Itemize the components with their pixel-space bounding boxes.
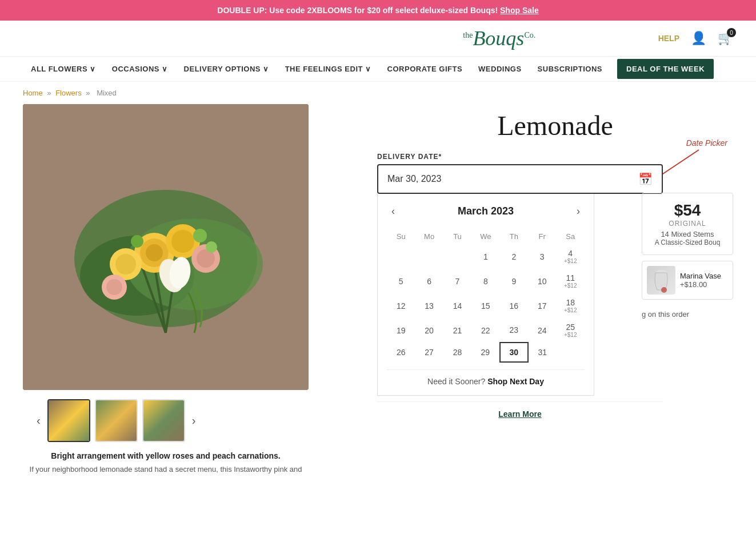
need-sooner: Need it Sooner? Shop Next Day xyxy=(387,369,585,386)
thumb-image-3 xyxy=(143,400,184,441)
learn-more-link[interactable]: Learn More xyxy=(498,409,541,419)
nav-weddings[interactable]: WEDDINGS xyxy=(470,57,530,81)
thumb-image-1 xyxy=(49,400,89,441)
side-cards: $54 ORIGINAL 14 Mixed Stems A Classic-Si… xyxy=(642,193,733,323)
cal-header-tu: Tu xyxy=(443,229,471,244)
cal-day-3-5[interactable]: 24 xyxy=(528,318,556,343)
cal-day-0-2 xyxy=(443,244,471,269)
calendar-month: March 2023 xyxy=(458,205,514,217)
user-icon[interactable]: 👤 xyxy=(691,31,706,46)
cal-day-1-3[interactable]: 8 xyxy=(471,269,499,293)
thumbnail-2[interactable] xyxy=(95,399,138,442)
thumbnail-1[interactable] xyxy=(47,399,90,442)
product-price: $54 xyxy=(650,201,725,220)
cal-day-0-4[interactable]: 2 xyxy=(500,244,528,269)
nav-deal-of-the-week[interactable]: DEAL OF THE WEEK xyxy=(617,59,714,79)
cal-header-we: We xyxy=(471,229,499,244)
thumb-prev-button[interactable]: ‹ xyxy=(34,414,43,427)
cal-day-4-0[interactable]: 26 xyxy=(387,343,415,362)
svg-point-12 xyxy=(171,230,194,253)
date-input[interactable]: Mar 30, 2023 📅 xyxy=(377,164,663,194)
breadcrumb-home[interactable]: Home xyxy=(23,89,43,97)
cal-day-0-1 xyxy=(415,244,443,269)
date-picker-annotation: Date Picker xyxy=(686,138,727,148)
thumb-next-button[interactable]: › xyxy=(190,414,198,427)
promo-link[interactable]: Shop Sale xyxy=(500,6,539,15)
cal-day-2-5[interactable]: 17 xyxy=(528,293,556,318)
header: theBouqsCo. HELP 👤 🛒 0 xyxy=(0,21,756,57)
cal-day-3-0[interactable]: 19 xyxy=(387,318,415,343)
main-content: ‹ › Bright arrangement with yellow roses… xyxy=(0,104,756,496)
product-caption: Bright arrangement with yellow roses and… xyxy=(23,451,309,460)
cal-day-3-6[interactable]: 25+$12 xyxy=(556,318,585,343)
learn-more-bar: Learn More xyxy=(377,401,663,419)
product-description: If your neighborhood lemonade stand had … xyxy=(23,465,309,474)
calendar-popup: ‹ March 2023 › Su Mo Tu We Th Fr Sa xyxy=(377,194,594,396)
nav-delivery-options[interactable]: DELIVERY OPTIONS ∨ xyxy=(176,57,277,81)
stems-count: 14 Mixed Stems xyxy=(650,230,725,238)
promo-text: DOUBLE UP: Use code 2XBLOOMS for $20 off… xyxy=(217,6,498,15)
breadcrumb: Home » Flowers » Mixed xyxy=(0,82,756,104)
cal-header-fr: Fr xyxy=(528,229,556,244)
cal-day-0-0 xyxy=(387,244,415,269)
cal-day-2-6[interactable]: 18+$12 xyxy=(556,293,585,318)
cal-day-1-6[interactable]: 11+$12 xyxy=(556,269,585,293)
cal-day-4-3[interactable]: 29 xyxy=(471,343,499,362)
cal-day-0-6[interactable]: 4+$12 xyxy=(556,244,585,269)
thumbnail-3[interactable] xyxy=(142,399,185,442)
cal-day-1-5[interactable]: 10 xyxy=(528,269,556,293)
calendar-header: ‹ March 2023 › xyxy=(387,203,585,220)
logo-prefix: the xyxy=(463,31,473,39)
selected-date-value: Mar 30, 2023 xyxy=(387,174,441,184)
bouq-size: A Classic-Sized Bouq xyxy=(650,238,725,246)
cal-day-2-3[interactable]: 15 xyxy=(471,293,499,318)
cal-day-2-4[interactable]: 16 xyxy=(500,293,528,318)
cal-header-sa: Sa xyxy=(556,229,585,244)
cart-wrapper[interactable]: 🛒 0 xyxy=(718,31,733,46)
cal-day-1-2[interactable]: 7 xyxy=(443,269,471,293)
cal-day-0-5[interactable]: 3 xyxy=(528,244,556,269)
nav-occasions[interactable]: OCCASIONS ∨ xyxy=(104,57,176,81)
cal-day-3-1[interactable]: 20 xyxy=(415,318,443,343)
cal-day-1-4[interactable]: 9 xyxy=(500,269,528,293)
cal-day-2-0[interactable]: 12 xyxy=(387,293,415,318)
cal-day-4-1[interactable]: 27 xyxy=(415,343,443,362)
svg-point-21 xyxy=(193,229,207,242)
product-main-image xyxy=(23,104,309,390)
nav-corporate-gifts[interactable]: CORPORATE GIFTS xyxy=(379,57,470,81)
cal-day-3-2[interactable]: 21 xyxy=(443,318,471,343)
addon-card[interactable]: Marina Vase +$18.00 xyxy=(642,261,733,300)
thumbnail-strip: ‹ › xyxy=(23,399,354,442)
calendar-icon[interactable]: 📅 xyxy=(638,172,653,186)
original-product-card[interactable]: $54 ORIGINAL 14 Mixed Stems A Classic-Si… xyxy=(642,193,733,255)
cal-day-0-3[interactable]: 1 xyxy=(471,244,499,269)
vase-svg xyxy=(647,266,675,295)
cal-day-4-6 xyxy=(556,343,585,362)
cal-day-2-2[interactable]: 14 xyxy=(443,293,471,318)
cal-day-3-4[interactable]: 23 xyxy=(500,318,528,343)
calendar-prev-button[interactable]: ‹ xyxy=(387,203,399,220)
addon-name: Marina Vase xyxy=(680,272,721,280)
cal-day-3-3[interactable]: 22 xyxy=(471,318,499,343)
nav-subscriptions[interactable]: SUBSCRIPTIONS xyxy=(530,57,610,81)
cal-day-1-0[interactable]: 5 xyxy=(387,269,415,293)
logo-co: Co. xyxy=(524,31,535,39)
breadcrumb-flowers[interactable]: Flowers xyxy=(55,89,82,97)
nav-feelings-edit[interactable]: THE FEELINGS EDIT ∨ xyxy=(277,57,379,81)
cal-day-1-1[interactable]: 6 xyxy=(415,269,443,293)
product-details: Date Picker Lemonade DELIVERY DATE* Mar … xyxy=(377,104,733,474)
shop-next-day-link[interactable]: Shop Next Day xyxy=(487,377,544,386)
product-title: Lemonade xyxy=(377,110,733,141)
cal-day-2-1[interactable]: 13 xyxy=(415,293,443,318)
calendar-next-button[interactable]: › xyxy=(572,203,585,220)
main-nav: ALL FLOWERS ∨ OCCASIONS ∨ DELIVERY OPTIO… xyxy=(0,57,756,82)
delivery-date-label: DELIVERY DATE* xyxy=(377,153,663,161)
breadcrumb-mixed: Mixed xyxy=(97,89,117,97)
cal-day-4-5[interactable]: 31 xyxy=(528,343,556,362)
cal-day-4-4[interactable]: 30 xyxy=(500,343,528,362)
shipping-note: g on this order xyxy=(642,305,733,323)
cal-day-4-2[interactable]: 28 xyxy=(443,343,471,362)
nav-all-flowers[interactable]: ALL FLOWERS ∨ xyxy=(23,57,104,81)
help-link[interactable]: HELP xyxy=(658,34,679,43)
header-actions: HELP 👤 🛒 0 xyxy=(658,31,733,46)
